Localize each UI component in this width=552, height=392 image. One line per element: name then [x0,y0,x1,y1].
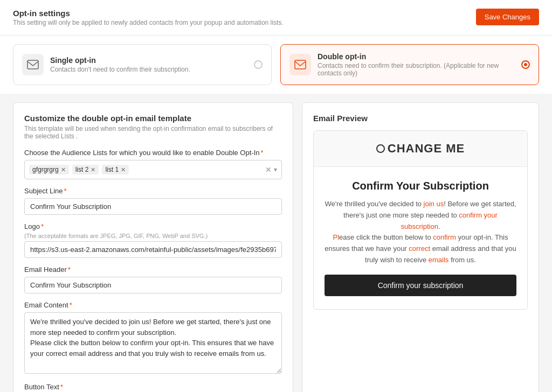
join-highlight: join us [424,200,444,208]
envelope-icon [27,60,39,69]
double-optin-title: Double opt-in [318,52,515,61]
confirm-highlight-2: confirm [433,233,456,241]
email-preview: CHANGE ME Confirm Your Subscription We'r… [313,130,528,310]
logo-required: * [41,222,44,230]
emails-highlight: emails [429,256,449,264]
logo-circle-icon [376,144,385,153]
envelope-check-icon [294,60,306,69]
subject-line-input[interactable] [24,198,282,215]
subject-line-label: Subject Line * [24,187,282,195]
page-title: Opt-in settings [13,9,284,18]
email-header-label: Email Header * [24,265,282,274]
button-text-field-group: Button Text * [24,383,282,393]
tag-2: list 2 ✕ [72,165,99,174]
confirm-button-preview[interactable]: Confirm your subscription [325,275,516,296]
page-wrapper: Opt-in settings This setting will only b… [0,0,552,392]
button-text-required: * [60,383,63,391]
preview-title: Email Preview [313,114,528,123]
email-header-field-group: Email Header * [24,265,282,293]
email-logo-area: CHANGE ME [314,131,527,167]
tag-3-label: list 1 [105,166,119,173]
email-heading: Confirm Your Subscription [325,180,516,192]
single-optin-icon [22,54,44,75]
audience-label: Choose the Audience Lists for which you … [24,149,282,157]
email-content-field-group: Email Content * We're thrilled you've de… [24,301,282,375]
email-header-required: * [68,265,71,274]
single-optin-card[interactable]: Single opt-in Contacts don't need to con… [13,44,272,85]
please-highlight: Pl [333,233,340,241]
tag-1-label: gfgrgrgrg [32,166,59,173]
right-panel: Email Preview CHANGE ME Confirm Your Sub… [302,102,539,392]
single-optin-title: Single opt-in [50,56,247,65]
tags-clear-icon[interactable]: ✕ [265,165,272,174]
optin-cards-container: Single opt-in Contacts don't need to con… [0,36,552,94]
tag-2-remove[interactable]: ✕ [91,166,95,173]
tag-1: gfgrgrgrg ✕ [29,165,69,174]
svg-rect-1 [295,60,306,69]
svg-rect-0 [27,60,38,69]
email-content-textarea[interactable]: We're thrilled you've decided to join us… [24,312,282,374]
top-bar-left: Opt-in settings This setting will only b… [13,9,284,26]
tags-actions: ✕ ▾ [265,165,277,174]
customize-desc: This template will be used when sending … [24,125,282,140]
email-logo: CHANGE ME [325,142,516,156]
left-panel: Customize the double opt-in email templa… [13,102,293,392]
double-optin-desc: Contacts need to confirm their subscript… [318,62,515,77]
top-bar: Opt-in settings This setting will only b… [0,0,552,36]
logo-label: Logo * [24,222,282,230]
correct-highlight: correct [409,244,430,253]
email-header-input[interactable] [24,277,282,293]
main-content: Customize the double opt-in email templa… [0,94,552,392]
tag-3: list 1 ✕ [102,165,129,174]
confirm-highlight-1: confirm your subscription [401,211,498,230]
single-optin-text: Single opt-in Contacts don't need to con… [50,56,247,73]
email-body-text: We're thrilled you've decided to join us… [325,199,516,266]
email-body: Confirm Your Subscription We're thrilled… [314,167,527,309]
double-optin-icon [289,54,311,75]
logo-url-input[interactable] [24,241,282,258]
tag-2-label: list 2 [75,166,89,173]
page-description: This setting will only be applied to new… [13,19,284,26]
single-optin-desc: Contacts don't need to confirm their sub… [50,66,247,73]
audience-required: * [260,149,263,157]
tag-1-remove[interactable]: ✕ [61,166,66,173]
customize-title: Customize the double opt-in email templa… [24,114,282,123]
email-content-required: * [70,301,72,309]
email-content-label: Email Content * [24,301,282,309]
double-optin-card[interactable]: Double opt-in Contacts need to confirm t… [280,44,539,85]
logo-hint: (The acceptable formats are JPEG, JPG, G… [24,233,282,239]
subject-required: * [64,187,67,195]
logo-field-group: Logo * (The acceptable formats are JPEG,… [24,222,282,258]
audience-field-group: Choose the Audience Lists for which you … [24,149,282,179]
double-optin-radio[interactable] [521,60,530,69]
subject-line-field-group: Subject Line * [24,187,282,215]
save-button-top[interactable]: Save Changes [476,9,539,25]
single-optin-radio[interactable] [254,60,263,69]
tags-dropdown-icon[interactable]: ▾ [274,166,277,173]
tag-3-remove[interactable]: ✕ [121,166,126,173]
button-text-label: Button Text * [24,383,282,391]
double-optin-text: Double opt-in Contacts need to confirm t… [318,52,515,77]
audience-tags-input[interactable]: gfgrgrgrg ✕ list 2 ✕ list 1 ✕ ✕ ▾ [24,160,282,179]
